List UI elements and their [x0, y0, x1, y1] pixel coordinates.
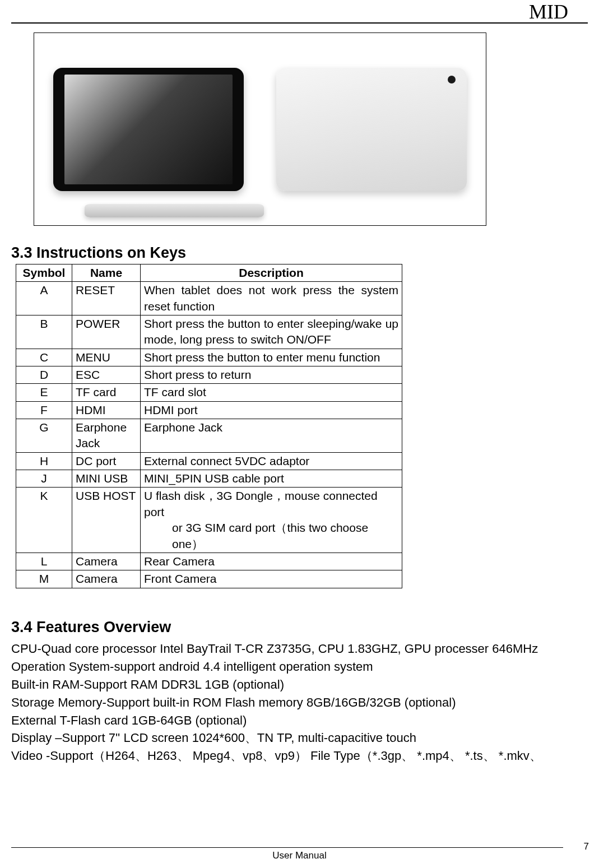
- cell-description: Rear Camera: [141, 553, 402, 570]
- cell-name: POWER: [72, 315, 141, 349]
- tablet-back-image: [276, 68, 467, 191]
- cell-name: Camera: [72, 570, 141, 588]
- cell-name: HDMI: [72, 401, 141, 419]
- cell-name: DC port: [72, 452, 141, 470]
- cell-symbol: C: [16, 349, 72, 366]
- table-row: KUSB HOSTU flash disk，3G Dongle，mouse co…: [16, 488, 402, 553]
- cell-symbol: L: [16, 553, 72, 570]
- col-name: Name: [72, 264, 141, 282]
- cell-symbol: D: [16, 366, 72, 384]
- feature-line: CPU-Quad core processor Intel BayTrail T…: [11, 640, 588, 658]
- cell-name: USB HOST: [72, 488, 141, 553]
- table-row: CMENUShort press the button to enter men…: [16, 349, 402, 366]
- cell-description: MINI_5PIN USB cable port: [141, 470, 402, 488]
- cell-symbol: A: [16, 282, 72, 315]
- section-heading-features: 3.4 Features Overview: [11, 619, 171, 636]
- product-image-area: [34, 33, 486, 226]
- cell-description: Front Camera: [141, 570, 402, 588]
- feature-line: Built-in RAM-Support RAM DDR3L 1GB (opti…: [11, 676, 588, 694]
- cell-symbol: B: [16, 315, 72, 349]
- header-title: MID: [529, 0, 568, 24]
- cell-name: ESC: [72, 366, 141, 384]
- cell-symbol: G: [16, 419, 72, 453]
- cell-symbol: J: [16, 470, 72, 488]
- features-body: CPU-Quad core processor Intel BayTrail T…: [11, 640, 588, 765]
- cell-symbol: K: [16, 488, 72, 553]
- feature-line: Operation System-support android 4.4 int…: [11, 658, 588, 676]
- tablet-side-image: [85, 204, 264, 217]
- table-row: LCameraRear Camera: [16, 553, 402, 570]
- feature-line: Video -Support（H264、H263、 Mpeg4、vp8、vp9）…: [11, 747, 588, 765]
- keys-table: Symbol Name Description ARESETWhen table…: [16, 264, 402, 588]
- footer-center: User Manual: [0, 850, 599, 861]
- cell-description: External connect 5VDC adaptor: [141, 452, 402, 470]
- cell-symbol: M: [16, 570, 72, 588]
- table-row: ARESETWhen tablet does not work press th…: [16, 282, 402, 315]
- feature-line: External T-Flash card 1GB-64GB (optional…: [11, 712, 588, 730]
- section-heading-keys: 3.3 Instructions on Keys: [11, 244, 186, 262]
- cell-description: TF card slot: [141, 384, 402, 401]
- table-row: FHDMIHDMI port: [16, 401, 402, 419]
- cell-symbol: E: [16, 384, 72, 401]
- table-header-row: Symbol Name Description: [16, 264, 402, 282]
- cell-name: Camera: [72, 553, 141, 570]
- col-symbol: Symbol: [16, 264, 72, 282]
- cell-description: U flash disk，3G Dongle，mouse connected p…: [141, 488, 402, 553]
- footer-page-number: 7: [584, 841, 589, 852]
- bottom-divider: [11, 847, 563, 848]
- tablet-front-image: [53, 68, 244, 191]
- table-row: MCameraFront Camera: [16, 570, 402, 588]
- cell-name: MENU: [72, 349, 141, 366]
- cell-symbol: H: [16, 452, 72, 470]
- table-row: ETF cardTF card slot: [16, 384, 402, 401]
- feature-line: Storage Memory-Support built-in ROM Flas…: [11, 694, 588, 712]
- cell-description: Short press the button to enter sleeping…: [141, 315, 402, 349]
- cell-name: RESET: [72, 282, 141, 315]
- cell-symbol: F: [16, 401, 72, 419]
- cell-description: Short press the button to enter menu fun…: [141, 349, 402, 366]
- cell-name: MINI USB: [72, 470, 141, 488]
- feature-line: Display –Support 7'' LCD screen 1024*600…: [11, 729, 588, 747]
- cell-description: When tablet does not work press the syst…: [141, 282, 402, 315]
- cell-description: Earphone Jack: [141, 419, 402, 453]
- col-description: Description: [141, 264, 402, 282]
- cell-description: Short press to return: [141, 366, 402, 384]
- table-row: DESCShort press to return: [16, 366, 402, 384]
- table-row: GEarphone JackEarphone Jack: [16, 419, 402, 453]
- cell-description: HDMI port: [141, 401, 402, 419]
- table-row: JMINI USBMINI_5PIN USB cable port: [16, 470, 402, 488]
- table-row: HDC portExternal connect 5VDC adaptor: [16, 452, 402, 470]
- table-row: BPOWERShort press the button to enter sl…: [16, 315, 402, 349]
- top-divider: [11, 22, 588, 24]
- cell-name: Earphone Jack: [72, 419, 141, 453]
- cell-name: TF card: [72, 384, 141, 401]
